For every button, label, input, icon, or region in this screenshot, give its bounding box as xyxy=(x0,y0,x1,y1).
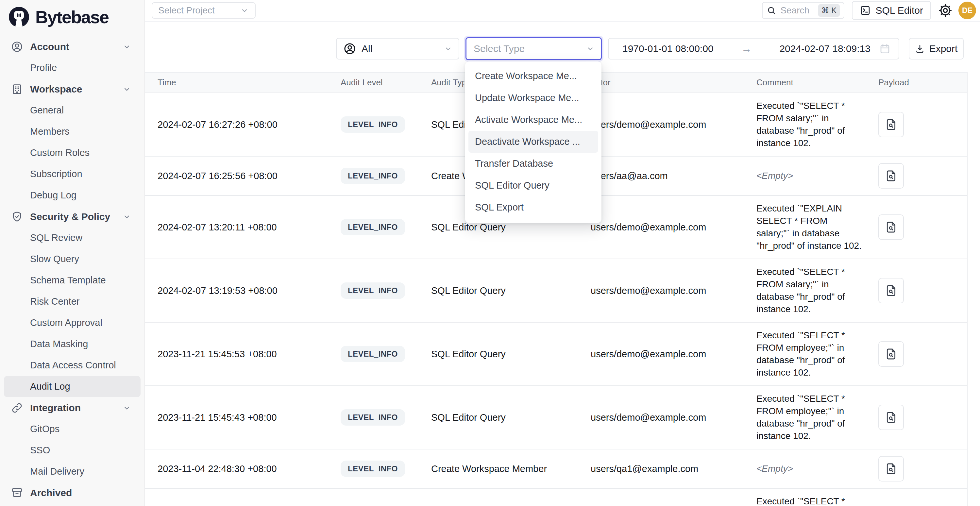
chevron-down-icon xyxy=(444,44,453,53)
payload-view-button[interactable] xyxy=(878,278,904,303)
status-badge: LEVEL_INFO xyxy=(340,282,405,299)
sidebar-item-debug-log[interactable]: Debug Log xyxy=(4,185,140,206)
date-range-end: 2024-02-07 18:09:13 xyxy=(779,43,870,54)
search-input[interactable]: Search ⌘ K xyxy=(762,2,844,19)
table-row: 2023-11-04 22:48:30 +08:00 LEVEL_INFO Cr… xyxy=(145,449,967,488)
audit-time: 2024-02-07 16:27:26 +08:00 xyxy=(145,113,328,137)
payload-cell xyxy=(866,157,967,195)
status-badge: LEVEL_INFO xyxy=(340,219,405,235)
audit-actor: users/demo@example.com xyxy=(578,215,744,239)
search-placeholder: Search xyxy=(780,5,809,16)
payload-view-button[interactable] xyxy=(878,405,904,430)
audit-actor: users/demo@example.com xyxy=(578,279,744,303)
chevron-down-icon xyxy=(122,403,131,412)
sidebar-item-sql-review[interactable]: SQL Review xyxy=(4,227,140,248)
payload-view-button[interactable] xyxy=(878,112,904,137)
file-search-icon xyxy=(885,169,897,182)
sidebar-item-data-masking[interactable]: Data Masking xyxy=(4,333,140,355)
gear-icon[interactable] xyxy=(938,3,953,18)
audit-level-cell: LEVEL_INFO xyxy=(328,339,419,369)
column-header-comment: Comment xyxy=(744,78,866,88)
status-badge: LEVEL_INFO xyxy=(340,116,405,133)
topbar: Select Project Search ⌘ K SQL Editor xyxy=(145,0,980,22)
file-search-icon xyxy=(885,411,897,424)
audit-time: 2023-11-21 15:45:43 +08:00 xyxy=(145,406,328,430)
payload-cell xyxy=(866,105,967,144)
dropdown-option[interactable]: Transfer Database xyxy=(468,153,598,175)
payload-view-button[interactable] xyxy=(878,215,904,240)
table-row: 2024-02-07 13:19:53 +08:00 LEVEL_INFO SQ… xyxy=(145,259,967,323)
chevron-down-icon xyxy=(122,212,131,221)
sidebar-item-archived[interactable]: Archived xyxy=(4,482,140,503)
sidebar-item-risk-center[interactable]: Risk Center xyxy=(4,291,140,312)
audit-type-dropdown-menu: Create Workspace Me...Update Workspace M… xyxy=(465,62,601,223)
audit-level-cell: LEVEL_INFO xyxy=(328,161,419,191)
sidebar-item-profile[interactable]: Profile xyxy=(4,57,140,78)
avatar[interactable]: DE xyxy=(958,2,976,19)
sidebar-item-gitops[interactable]: GitOps xyxy=(4,418,140,440)
sidebar-item-general[interactable]: General xyxy=(4,100,140,121)
audit-level-cell: LEVEL_INFO xyxy=(328,212,419,242)
sql-editor-label: SQL Editor xyxy=(875,5,923,16)
audit-type-placeholder: Select Type xyxy=(474,43,525,54)
sql-editor-button[interactable]: SQL Editor xyxy=(852,1,931,20)
dropdown-option[interactable]: Create Workspace Me... xyxy=(468,65,598,87)
audit-time: 2024-02-07 13:20:11 +08:00 xyxy=(145,215,328,239)
dropdown-option[interactable]: Update Workspace Me... xyxy=(468,87,598,109)
export-button[interactable]: Export xyxy=(909,38,964,59)
bytebase-logo[interactable]: Bytebase xyxy=(0,5,145,29)
table-row: 2023-11-21 15:45:43 +08:00 LEVEL_INFO SQ… xyxy=(145,386,967,449)
dropdown-option[interactable]: SQL Editor Query xyxy=(468,175,598,196)
chevron-down-icon xyxy=(122,85,131,94)
file-search-icon xyxy=(885,118,897,131)
chevron-down-icon xyxy=(122,42,131,51)
column-header-actor: Actor xyxy=(578,78,744,88)
dropdown-option[interactable]: SQL Export xyxy=(468,196,598,218)
sidebar-nav: Account Profile Workspace General Member… xyxy=(0,36,145,503)
audit-type: SQL Editor Query xyxy=(419,406,578,430)
audit-actor: users/demo@example.com xyxy=(578,113,744,137)
sidebar-item-data-access-control[interactable]: Data Access Control xyxy=(4,355,140,376)
sidebar-item-workspace[interactable]: Workspace xyxy=(4,78,140,100)
sidebar-item-audit-log[interactable]: Audit Log xyxy=(4,376,140,397)
select-project-placeholder: Select Project xyxy=(158,5,215,16)
sidebar-item-integration[interactable]: Integration xyxy=(4,397,140,418)
audit-actor: users/demo@example.com xyxy=(578,406,744,430)
chevron-down-icon xyxy=(240,6,249,15)
sidebar-item-custom-roles[interactable]: Custom Roles xyxy=(4,142,140,164)
sidebar-item-account[interactable]: Account xyxy=(4,36,140,57)
sidebar-item-mail-delivery[interactable]: Mail Delivery xyxy=(4,461,140,482)
column-header-audit-level: Audit Level xyxy=(328,78,419,88)
audit-type-select[interactable]: Select Type xyxy=(466,37,602,60)
audit-actor: users/qa1@example.com xyxy=(578,457,744,481)
sidebar-item-sso[interactable]: SSO xyxy=(4,440,140,461)
select-project-dropdown[interactable]: Select Project xyxy=(152,2,256,19)
payload-view-button[interactable] xyxy=(878,341,904,367)
actor-filter-select[interactable]: All xyxy=(336,38,459,59)
dropdown-option[interactable]: Deactivate Workspace ... xyxy=(468,131,598,153)
sidebar-item-schema-template[interactable]: Schema Template xyxy=(4,270,140,291)
search-shortcut-badge: ⌘ K xyxy=(818,4,840,17)
audit-type: Create Workspace Member xyxy=(419,457,578,481)
status-badge: LEVEL_INFO xyxy=(340,461,405,477)
audit-level-cell: LEVEL_INFO xyxy=(328,403,419,432)
sidebar-item-slow-query[interactable]: Slow Query xyxy=(4,248,140,270)
payload-cell xyxy=(866,208,967,247)
audit-time: 2023-11-04 22:48:30 +08:00 xyxy=(145,457,328,481)
payload-view-button[interactable] xyxy=(878,163,904,189)
sidebar-item-custom-approval[interactable]: Custom Approval xyxy=(4,312,140,333)
sidebar-item-security-policy[interactable]: Security & Policy xyxy=(4,206,140,227)
audit-comment: <Empty> xyxy=(744,163,866,189)
dropdown-option[interactable]: Activate Workspace Me... xyxy=(468,109,598,131)
sidebar-item-subscription[interactable]: Subscription xyxy=(4,164,140,185)
status-badge: LEVEL_INFO xyxy=(340,168,405,184)
audit-actor: users/aa@aa.com xyxy=(578,164,744,188)
sidebar-item-members[interactable]: Members xyxy=(4,121,140,142)
audit-level-cell: LEVEL_INFO xyxy=(328,276,419,305)
payload-view-button[interactable] xyxy=(878,456,904,482)
audit-time: 2024-02-07 13:19:53 +08:00 xyxy=(145,279,328,303)
status-badge: LEVEL_INFO xyxy=(340,409,405,426)
bytebase-logo-icon xyxy=(8,6,29,27)
date-range-picker[interactable]: 1970-01-01 08:00:00 → 2024-02-07 18:09:1… xyxy=(608,38,899,59)
user-circle-icon xyxy=(11,41,23,53)
